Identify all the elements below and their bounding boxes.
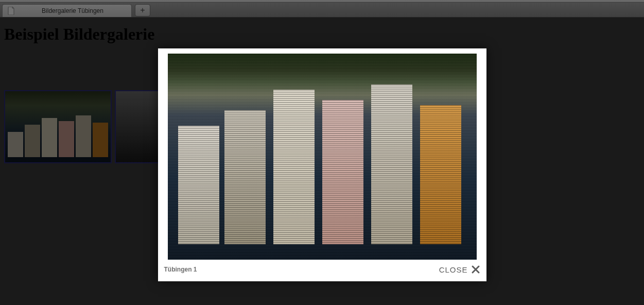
close-button[interactable]: CLOSE bbox=[439, 265, 480, 274]
lightbox-meta: Tübingen 1 CLOSE bbox=[163, 260, 481, 276]
lightbox-caption: Tübingen 1 bbox=[164, 266, 197, 273]
lightbox: Tübingen 1 CLOSE bbox=[158, 48, 486, 281]
close-label: CLOSE bbox=[439, 265, 468, 274]
close-icon bbox=[471, 265, 480, 274]
lightbox-image bbox=[168, 54, 477, 260]
